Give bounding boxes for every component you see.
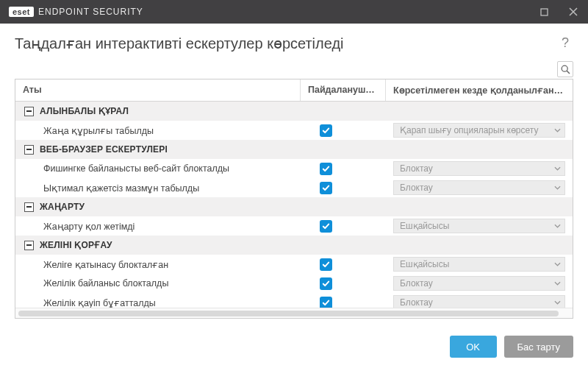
action-select-value: Блоктау [400,278,433,289]
action-select[interactable]: Блоктау [393,180,565,195]
svg-rect-0 [541,9,548,15]
action-select[interactable]: Ешқайсысы [393,257,565,272]
ask-user-checkbox[interactable] [320,182,332,194]
settings-table: Аты Пайдаланушыд... Көрсетілмеген кезде … [15,79,573,319]
window-close-button[interactable] [559,0,588,24]
table-row: Ықтимал қажетсіз мазмұн табылдыБлоктау [15,178,573,197]
horizontal-scrollbar[interactable] [15,308,573,318]
footer: OK Бас тарту [0,325,588,368]
action-select-value: Ешқайсысы [400,259,449,269]
action-select[interactable]: Блоктау [393,295,565,308]
table-row: Желілік байланыс блокталдыБлоктау [15,274,573,293]
check-icon [322,280,330,288]
table-row: Жаңа құрылғы табылдыҚарап шығу опциялары… [15,121,573,140]
collapse-toggle[interactable] [24,241,34,250]
row-name: Ықтимал қажетсіз мазмұн табылды [15,178,301,197]
column-header-action[interactable]: Көрсетілмеген кезде қолданылған әрекет [386,79,573,101]
table-row: Желілік қауіп бұғатталдыБлоктау [15,293,573,308]
minus-icon [26,244,32,246]
ok-button[interactable]: OK [450,336,497,358]
action-select[interactable]: Қарап шығу опцияларын көрсету [393,123,565,138]
group-row[interactable]: ЖЕЛІНІ ҚОРҒАУ [15,236,573,255]
chevron-down-icon [554,300,561,306]
cancel-button[interactable]: Бас тарту [504,336,573,358]
search-icon [561,65,570,74]
group-row[interactable]: ЖАҢАРТУ [15,197,573,216]
action-select[interactable]: Блоктау [393,161,565,176]
svg-point-1 [562,66,567,71]
page-title: Таңдалған интерактивті ескертулер көрсет… [15,35,557,52]
ask-user-checkbox[interactable] [320,163,332,175]
ask-user-checkbox[interactable] [320,220,332,233]
check-icon [322,261,330,269]
row-name: Жаңарту қол жетімді [15,216,301,236]
row-name: Жаңа құрылғы табылды [15,121,301,140]
action-select-value: Блоктау [400,297,433,308]
action-select[interactable]: Ешқайсысы [393,219,565,233]
help-button[interactable]: ? [557,34,573,52]
action-select-value: Қарап шығу опцияларын көрсету [400,125,538,135]
collapse-toggle[interactable] [24,107,34,116]
window-maximize-button[interactable] [529,0,559,24]
brand: eset ENDPOINT SECURITY [9,7,143,17]
action-select-value: Блоктау [400,163,433,174]
row-name: Фишингке байланысты веб-сайт блокталды [15,159,301,178]
check-icon [322,165,330,173]
column-header-ask[interactable]: Пайдаланушыд... [301,79,386,101]
check-icon [322,299,330,307]
chevron-down-icon [554,166,561,172]
chevron-down-icon [554,127,561,134]
brand-product: ENDPOINT SECURITY [38,7,143,17]
minus-icon [26,149,32,150]
content: Аты Пайдаланушыд... Көрсетілмеген кезде … [0,61,588,319]
close-icon [569,7,578,16]
table-row: Жаңарту қол жетімдіЕшқайсысы [15,216,573,236]
row-name: Желілік қауіп бұғатталды [15,293,301,308]
group-row[interactable]: АЛЫНБАЛЫ ҚҰРАЛ [15,102,573,121]
table-header: Аты Пайдаланушыд... Көрсетілмеген кезде … [15,79,573,102]
action-select-value: Ешқайсысы [400,221,449,231]
minus-icon [26,110,32,112]
search-button[interactable] [557,61,573,77]
group-label: ЖАҢАРТУ [40,202,85,212]
group-row[interactable]: ВЕБ-БРАУЗЕР ЕСКЕРТУЛЕРІ [15,140,573,159]
check-icon [322,127,330,135]
help-icon: ? [562,35,569,50]
titlebar: eset ENDPOINT SECURITY [0,0,588,24]
chevron-down-icon [554,185,561,191]
check-icon [322,184,330,192]
table-row: Желіге қатынасу блокталғанЕшқайсысы [15,255,573,274]
chevron-down-icon [554,280,561,287]
group-label: АЛЫНБАЛЫ ҚҰРАЛ [40,106,129,116]
table-body: АЛЫНБАЛЫ ҚҰРАЛЖаңа құрылғы табылдыҚарап … [15,102,573,308]
scrollbar-thumb[interactable] [18,311,559,316]
ask-user-checkbox[interactable] [320,297,332,308]
action-select[interactable]: Блоктау [393,276,565,291]
group-label: ВЕБ-БРАУЗЕР ЕСКЕРТУЛЕРІ [40,144,168,155]
ask-user-checkbox[interactable] [320,277,332,290]
maximize-icon [540,8,548,16]
brand-badge: eset [9,7,34,17]
ask-user-checkbox[interactable] [320,258,332,271]
check-icon [322,222,330,230]
group-label: ЖЕЛІНІ ҚОРҒАУ [40,240,112,250]
collapse-toggle[interactable] [24,145,34,155]
row-name: Желілік байланыс блокталды [15,274,301,293]
header: Таңдалған интерактивті ескертулер көрсет… [0,24,588,61]
chevron-down-icon [554,223,561,230]
chevron-down-icon [554,261,561,268]
row-name: Желіге қатынасу блокталған [15,255,301,274]
minus-icon [26,206,32,208]
table-row: Фишингке байланысты веб-сайт блокталдыБл… [15,159,573,178]
collapse-toggle[interactable] [24,202,34,212]
ask-user-checkbox[interactable] [320,124,332,137]
column-header-name[interactable]: Аты [15,79,301,101]
action-select-value: Блоктау [400,183,433,193]
